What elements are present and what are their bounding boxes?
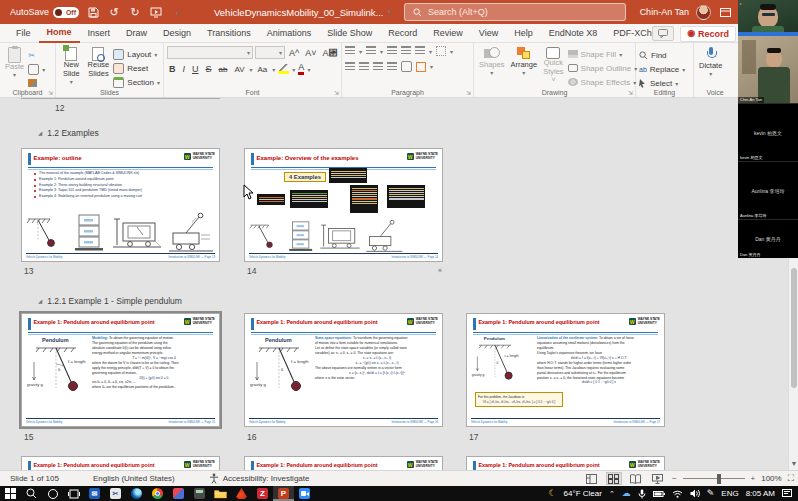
section-collapse-icon[interactable]: ◢ [38, 130, 42, 136]
battery-icon[interactable] [653, 490, 665, 498]
section-header-examples[interactable]: ◢ 1.2 Examples [38, 128, 99, 138]
decrease-indent-icon[interactable] [387, 46, 397, 56]
slide-thumbnail-18-partial[interactable]: Example 1: Pendulum around equilibrium p… [21, 456, 220, 470]
scroll-down-arrow-icon[interactable]: ▼ [789, 458, 798, 470]
bold-button[interactable]: B [167, 64, 178, 74]
participant-video-tile[interactable]: Chin-An Tan [738, 36, 798, 103]
avatar[interactable] [696, 5, 711, 20]
tab-design[interactable]: Design [155, 24, 199, 43]
slide-thumbnail-19-partial[interactable]: Example 1: Pendulum around equilibrium p… [244, 456, 443, 470]
clock[interactable]: 8:05 AM [746, 489, 775, 498]
tab-review[interactable]: Review [425, 24, 471, 43]
text-direction-icon[interactable] [436, 46, 446, 56]
grow-font-button[interactable]: A^ [287, 48, 301, 58]
slide-thumbnail-13[interactable]: Example: outline WWAYNE STATEUNIVERSITY … [21, 148, 220, 262]
mail-app-button[interactable]: ✉ [84, 486, 105, 501]
shrink-font-button[interactable]: A˅ [303, 48, 318, 58]
photos-app-button[interactable] [168, 486, 189, 501]
smartart-convert-icon[interactable] [416, 62, 426, 72]
select-button[interactable]: Select▾ [639, 77, 685, 89]
tab-home[interactable]: Home [39, 24, 80, 43]
slide-thumbnail-17[interactable]: Example 1: Pendulum around equilibrium p… [466, 313, 665, 427]
matlab-button[interactable] [231, 486, 252, 501]
accessibility-checker[interactable]: Accessibility: Investigate [199, 473, 320, 484]
shapes-button[interactable]: Shapes▾ [477, 46, 506, 78]
quick-styles-button[interactable]: Quick Styles ˅ [541, 46, 565, 86]
ribbon-display-icon[interactable] [718, 5, 732, 19]
edge-button[interactable] [126, 486, 147, 501]
search-input[interactable]: Search (Alt+Q) [404, 3, 626, 21]
tray-chevron-up-icon[interactable]: ⌃ [609, 490, 615, 497]
weather-indicator[interactable]: 64°F Clear [564, 489, 602, 498]
font-size-select[interactable]: ▾ [255, 46, 285, 59]
calculator-button[interactable] [189, 486, 210, 501]
shape-effects-button[interactable]: Shape Effects▾ [568, 76, 638, 88]
zoom-out-button[interactable]: − [672, 474, 677, 483]
participant-video-tile[interactable]: ● [738, 0, 798, 36]
find-button[interactable]: Find [639, 49, 685, 61]
zoom-slider-knob[interactable] [717, 474, 721, 484]
powerpoint-taskbar-button[interactable]: P [273, 486, 294, 501]
font-name-select[interactable]: ▾ [167, 46, 253, 59]
scrollbar-thumb[interactable] [791, 268, 797, 388]
cortana-button[interactable] [42, 486, 63, 501]
start-slideshow-icon[interactable] [149, 5, 163, 19]
align-right-icon[interactable] [373, 62, 383, 72]
slide-thumbnail-12-partial[interactable] [21, 98, 220, 99]
wifi-icon[interactable] [672, 490, 683, 498]
copy-button[interactable]: ▾ [28, 63, 45, 75]
dictate-button[interactable]: Dictate▾ [697, 46, 724, 79]
font-color-button[interactable]: A [298, 63, 304, 75]
action-center-icon[interactable] [782, 489, 792, 498]
tab-slide-show[interactable]: Slide Show [319, 24, 380, 43]
underline-button[interactable]: U [190, 64, 201, 74]
tab-file[interactable]: File [8, 24, 39, 43]
participant-camera-off-tile[interactable]: Aunlina 李培玲 Aunlina 李培玲 [738, 161, 798, 219]
participant-camera-off-tile[interactable]: kevin 柏恩文 kevin 柏恩文 [738, 103, 798, 161]
cut-button[interactable]: ✂ [28, 49, 45, 61]
align-left-icon[interactable] [345, 62, 355, 72]
taskbar-search-button[interactable] [21, 486, 42, 501]
file-explorer-button[interactable] [210, 486, 231, 501]
paragraph-dialog-launcher[interactable]: ⇲ [466, 89, 471, 96]
snipping-tool-button[interactable]: ✂ [105, 486, 126, 501]
quick-access-caret-icon[interactable]: ▾ [170, 5, 184, 19]
night-mode-icon[interactable]: ☾ [548, 489, 556, 498]
onedrive-icon[interactable]: ☁ [622, 489, 631, 498]
section-header-example1[interactable]: ◢ 1.2.1 Example 1 - Simple pendulum [38, 296, 182, 306]
tab-endnote[interactable]: EndNote X8 [541, 24, 606, 43]
zoom-in-button[interactable]: + [751, 474, 756, 483]
video-conference-panel[interactable]: ● Chin-An Tan kevin 柏恩文 kevin 柏恩文 Aunlin… [738, 0, 798, 258]
zoom-level[interactable]: 100% [761, 474, 781, 483]
paste-button[interactable]: Paste▾ [3, 46, 26, 80]
normal-view-button[interactable] [584, 472, 600, 485]
document-title[interactable]: VehicleDynamicsMobility_00_Simulink...▾ [214, 0, 391, 24]
arrange-button[interactable]: Arrange▾ [508, 46, 539, 78]
volume-icon[interactable] [690, 489, 700, 498]
tab-transitions[interactable]: Transitions [199, 24, 259, 43]
italic-button[interactable]: I [181, 64, 188, 74]
reset-button[interactable]: Reset [113, 62, 160, 74]
participant-camera-off-tile[interactable]: Dan 黄丹丹 Dan 黄丹丹 [738, 219, 798, 258]
slide-sorter-view-button[interactable] [606, 472, 622, 485]
slide-thumbnail-20-partial[interactable]: Example 1: Pendulum around equilibrium p… [466, 456, 665, 470]
justify-icon[interactable] [387, 62, 397, 72]
tab-insert[interactable]: Insert [80, 24, 119, 43]
tab-record[interactable]: Record [380, 24, 425, 43]
slideshow-view-button[interactable] [650, 472, 666, 485]
section-collapse-icon[interactable]: ◢ [38, 298, 42, 304]
shape-fill-button[interactable]: Shape Fill▾ [568, 48, 638, 60]
redo-icon[interactable]: ↻ [128, 5, 142, 19]
zoom-slider[interactable] [683, 478, 745, 480]
undo-icon[interactable]: ↺ [107, 5, 121, 19]
autosave-toggle[interactable]: AutoSave Off [10, 7, 79, 18]
slide-thumbnail-15[interactable]: Example 1: Pendulum around equilibrium p… [21, 313, 220, 427]
start-button[interactable] [0, 486, 21, 501]
replace-button[interactable]: abReplace▾ [639, 63, 685, 75]
strikethrough-button[interactable]: S [204, 64, 214, 74]
zotero-button[interactable]: Z [252, 486, 273, 501]
numbering-icon[interactable] [366, 46, 376, 56]
comments-button[interactable] [652, 26, 674, 41]
language-indicator[interactable]: English (United States) [83, 474, 185, 483]
tab-draw[interactable]: Draw [118, 24, 155, 43]
